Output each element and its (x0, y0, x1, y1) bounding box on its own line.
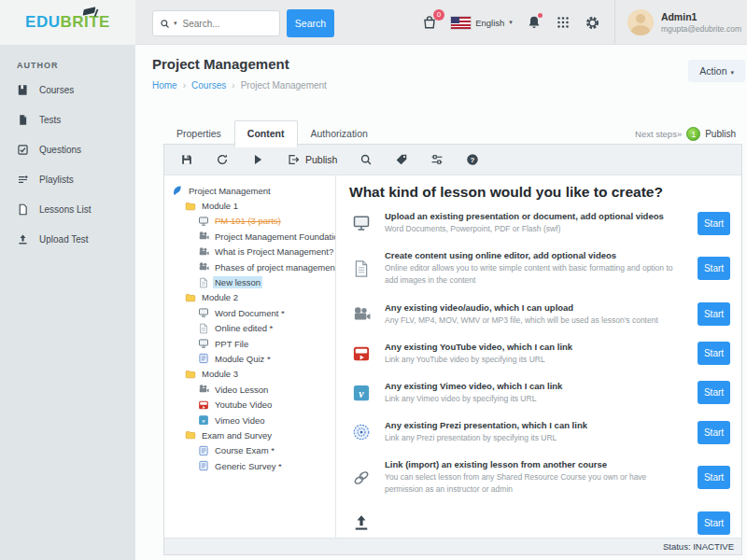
toolbar-tag-icon-button[interactable] (384, 145, 419, 175)
toolbar-help-icon-button[interactable]: ? (455, 145, 490, 175)
notification-dot (538, 13, 543, 18)
lesson-option-title: Any existing video/audio, which I can up… (385, 302, 686, 313)
user-menu[interactable]: Admin1 mgupta@edubrite.com (614, 0, 743, 45)
tree-node-youtube-video[interactable]: Youtube Video (168, 397, 333, 412)
breadcrumb-item-home[interactable]: Home (152, 80, 177, 91)
tree-node-generic-survey[interactable]: Generic Survey * (168, 458, 333, 473)
quiz-icon (198, 445, 209, 456)
lesson-option-subtitle: Link any Prezi presentation by specifyin… (385, 432, 686, 444)
sidebar: AUTHOR CoursesTestsQuestionsPlaylistsLes… (0, 45, 135, 560)
tree-node-label: Course Exam * (213, 444, 276, 456)
tab-content[interactable]: Content (234, 120, 298, 147)
lesson-option-title: Any existing YouTube video, which I can … (385, 342, 686, 352)
tree-node-project-management[interactable]: Project Management (168, 183, 333, 198)
toolbar-sync-icon-button[interactable] (204, 145, 240, 175)
save-icon (180, 153, 193, 166)
sidebar-item-label: Courses (39, 85, 74, 95)
start-button[interactable]: Start (698, 421, 730, 444)
next-step-publish-link[interactable]: Publish (705, 129, 736, 139)
caret-down-icon: ▾ (509, 19, 513, 26)
breadcrumb-item-courses[interactable]: Courses (191, 80, 226, 91)
toolbar-publish-icon-button[interactable]: Publish (275, 145, 348, 175)
quiz-icon (198, 460, 209, 471)
presentation-icon (198, 216, 209, 227)
tree-node-pm-101-3-parts[interactable]: PM 101 (3 parts) (168, 214, 333, 229)
folder-icon (185, 369, 196, 380)
vimeo-icon: v (198, 414, 209, 426)
notifications-button[interactable] (527, 15, 542, 30)
tab-authorization[interactable]: Authorization (298, 120, 381, 147)
sync-icon (216, 153, 229, 166)
document-icon (198, 277, 209, 288)
tree-node-label: Module 1 (200, 200, 240, 212)
tree-node-video-lesson[interactable]: Video Lesson (168, 382, 333, 397)
sidebar-item-courses[interactable]: Courses (0, 75, 135, 105)
folder-icon (185, 292, 196, 303)
start-button[interactable]: Start (698, 381, 730, 404)
language-selector[interactable]: English ▾ (451, 17, 513, 29)
apps-grid-icon (556, 15, 571, 30)
sidebar-item-label: Upload Test (39, 234, 89, 245)
tree-node-ppt-file[interactable]: PPT File (168, 336, 333, 351)
tree-node-new-lesson[interactable]: New lesson (168, 274, 333, 289)
tree-node-exam-and-survey[interactable]: Exam and Survey (168, 427, 333, 442)
logo[interactable]: EDUBRITE (0, 0, 135, 45)
tree-node-label: Module 3 (200, 368, 240, 380)
document-icon (352, 259, 371, 278)
tree-node-module-3[interactable]: Module 3 (168, 367, 333, 382)
start-button[interactable]: Start (698, 302, 730, 326)
toolbar-button-label: Publish (305, 154, 337, 165)
toolbar-settings-icon-button[interactable] (419, 145, 455, 175)
presentation-icon (198, 338, 209, 349)
tree-node-phases-of-project-management[interactable]: Phases of project management (168, 259, 333, 274)
start-button[interactable]: Start (698, 342, 730, 365)
course-tree: Project ManagementModule 1PM 101 (3 part… (164, 175, 336, 538)
tree-node-online-edited[interactable]: Online edited * (168, 321, 333, 336)
tree-node-label: Generic Survey * (213, 460, 284, 472)
document-icon (198, 323, 209, 334)
start-button[interactable]: Start (698, 257, 730, 280)
toolbar-play-icon-button[interactable] (240, 145, 275, 175)
search-scope-caret-icon[interactable]: ▾ (174, 20, 177, 27)
book-icon (17, 84, 29, 96)
sidebar-item-tests[interactable]: Tests (0, 105, 135, 134)
toolbar-search-icon-button[interactable] (348, 145, 384, 175)
toolbar-save-icon-button[interactable] (169, 145, 204, 175)
tree-node-label: Online edited * (213, 322, 275, 334)
start-button[interactable]: Start (698, 511, 730, 535)
lesson-option-subtitle: Word Documents, Powerpoint, PDF or Flash… (385, 223, 686, 235)
file-icon (17, 114, 29, 126)
tree-node-label: Project Management (187, 185, 273, 197)
settings-button[interactable] (585, 15, 600, 31)
tree-node-project-management-foundations[interactable]: Project Management Foundations * (168, 229, 333, 244)
sidebar-item-playlists[interactable]: Playlists (0, 164, 135, 194)
start-button[interactable]: Start (698, 212, 730, 235)
search-button[interactable]: Search (287, 9, 334, 37)
sidebar-item-label: Playlists (39, 175, 74, 185)
tree-node-label: PM 101 (3 parts) (213, 215, 283, 227)
cart-button[interactable]: 0 (422, 15, 437, 30)
tree-node-module-quiz[interactable]: Module Quiz * (168, 351, 333, 366)
page-icon (17, 203, 29, 216)
lesson-option-row: Upload an existing presentation or docum… (349, 211, 730, 235)
sidebar-item-upload-test[interactable]: Upload Test (0, 224, 135, 254)
prezi-icon (352, 423, 371, 441)
tree-node-module-1[interactable]: Module 1 (168, 198, 333, 213)
tab-properties[interactable]: Properties (163, 120, 234, 147)
action-button[interactable]: Action▾ (688, 60, 745, 82)
sidebar-item-lessons-list[interactable]: Lessons List (0, 194, 135, 224)
tree-node-course-exam[interactable]: Course Exam * (168, 443, 333, 458)
search-icon (160, 19, 170, 29)
tree-node-vimeo-video[interactable]: vVimeo Video (168, 413, 333, 427)
youtube-icon (352, 344, 371, 363)
tree-node-word-document[interactable]: Word Document * (168, 305, 333, 320)
tree-node-module-2[interactable]: Module 2 (168, 290, 333, 305)
quiz-icon (198, 353, 209, 364)
tree-node-what-is-project-management[interactable]: What is Project Management? (168, 245, 333, 259)
user-name: Admin1 (661, 11, 741, 24)
apps-menu-button[interactable] (556, 15, 571, 30)
tree-node-label: Youtube Video (213, 399, 274, 411)
search-input[interactable] (181, 18, 273, 30)
start-button[interactable]: Start (698, 466, 730, 489)
sidebar-item-questions[interactable]: Questions (0, 134, 135, 164)
